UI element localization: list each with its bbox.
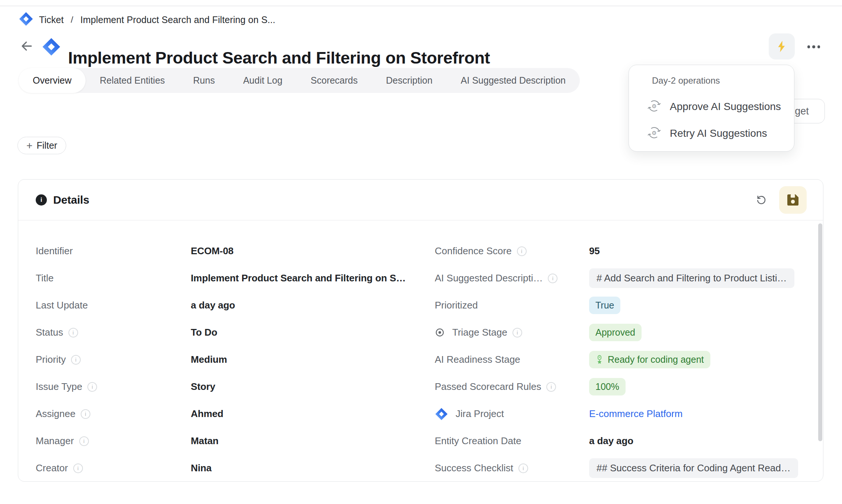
info-icon[interactable]: i <box>518 463 528 473</box>
tab-label: Overview <box>33 75 71 86</box>
field-label: Identifier <box>36 245 73 257</box>
field-value: Matan <box>191 435 219 447</box>
details-header: i Details <box>18 180 823 220</box>
field-value-text: a day ago <box>589 435 633 446</box>
field-value: a day ago <box>589 435 633 447</box>
menu-item-label: Retry AI Suggestions <box>670 127 767 139</box>
field-row-jira-project: Jira Project E-commerce Platform <box>435 400 823 427</box>
breadcrumb-separator: / <box>71 14 73 25</box>
info-filled-icon: i <box>36 194 47 206</box>
field-row-confidence-score: Confidence Score i 95 <box>435 238 823 265</box>
breadcrumb-section[interactable]: Ticket <box>39 14 64 25</box>
menu-item-label: Approve AI Suggestions <box>670 101 781 113</box>
jira-entity-icon <box>42 37 61 56</box>
field-value-text: Ahmed <box>191 408 224 419</box>
tab-audit-log[interactable]: Audit Log <box>229 68 297 93</box>
field-value: 95 <box>589 245 600 257</box>
target-icon <box>435 327 445 337</box>
field-value-badge-green-medal: Ready for coding agent <box>589 351 710 368</box>
field-label: Title <box>36 272 54 284</box>
widget-button-visible-label: lget <box>793 106 809 117</box>
field-value-text: ECOM-08 <box>191 245 234 256</box>
menu-item-approve-ai-suggestions[interactable]: ⚙ Approve AI Suggestions <box>647 96 794 117</box>
tab-scorecards[interactable]: Scorecards <box>296 68 372 93</box>
day2-operations-menu: Day-2 operations ⚙ Approve AI Suggestion… <box>629 65 794 152</box>
jira-app-icon <box>19 12 33 28</box>
info-icon[interactable]: i <box>548 274 557 283</box>
field-value-text: Story <box>191 381 215 392</box>
field-label: Entity Creation Date <box>435 435 521 447</box>
field-label: Triage Stage <box>452 327 507 338</box>
field-row-creator: Creator i Nina <box>36 455 435 482</box>
operation-gear-icon: ⚙ <box>647 99 661 114</box>
tab-label: Description <box>386 75 433 86</box>
field-label: AI Readiness Stage <box>435 354 520 365</box>
info-icon[interactable]: i <box>512 328 522 337</box>
tab-ai-suggested-description[interactable]: AI Suggested Description <box>447 68 580 93</box>
field-label: Success Checklist <box>435 462 513 474</box>
field-value: True <box>589 297 620 314</box>
field-value-pill: ## Success Criteria for Coding Agent Rea… <box>589 458 798 478</box>
tab-overview[interactable]: Overview <box>19 68 86 93</box>
field-value: a day ago <box>191 300 235 311</box>
field-value-text: Implement Product Search and Filtering o… <box>191 272 406 284</box>
field-value: 100% <box>589 378 626 395</box>
field-label: Priority <box>36 354 66 365</box>
field-value: To Do <box>191 327 217 338</box>
info-icon[interactable]: i <box>546 382 556 392</box>
field-value-badge-blue: True <box>589 297 620 314</box>
tab-related-entities[interactable]: Related Entities <box>86 68 179 93</box>
field-row-identifier: Identifier ECOM-08 <box>36 238 435 265</box>
page-title: Implement Product Search and Filtering o… <box>68 47 490 69</box>
tab-bar: OverviewRelated EntitiesRunsAudit LogSco… <box>19 68 580 93</box>
save-button[interactable] <box>779 186 807 214</box>
field-value: # Add Search and Filtering to Product Li… <box>589 268 794 288</box>
tab-label: Scorecards <box>311 75 357 86</box>
info-icon[interactable]: i <box>79 436 89 446</box>
field-value-link[interactable]: E-commerce Platform <box>589 408 682 419</box>
field-row-triage-stage: Triage Stage i Approved <box>435 319 823 346</box>
field-value-badge-green: Approved <box>589 324 642 341</box>
tab-runs[interactable]: Runs <box>179 68 229 93</box>
svg-text:⚙: ⚙ <box>652 103 656 110</box>
field-row-ai-suggested-descripti: AI Suggested Descripti… i # Add Search a… <box>435 265 823 292</box>
filter-button[interactable]: + Filter <box>17 137 66 154</box>
info-icon[interactable]: i <box>81 409 90 419</box>
quick-actions-button[interactable] <box>769 33 795 59</box>
field-value: ## Success Criteria for Coding Agent Rea… <box>589 458 798 478</box>
field-label: AI Suggested Descripti… <box>435 272 543 284</box>
field-value-text: a day ago <box>191 300 235 311</box>
info-icon[interactable]: i <box>68 328 78 337</box>
menu-item-retry-ai-suggestions[interactable]: ⚙ Retry AI Suggestions <box>647 123 794 144</box>
field-value: ECOM-08 <box>191 245 234 257</box>
details-scrollbar[interactable] <box>818 223 822 441</box>
back-button[interactable] <box>19 39 34 54</box>
field-label: Confidence Score <box>435 245 512 257</box>
breadcrumb: Ticket / Implement Product Search and Fi… <box>19 12 275 28</box>
tab-label: Runs <box>193 75 215 86</box>
field-value-text: Medium <box>191 354 227 365</box>
undo-icon <box>756 194 767 206</box>
field-value: Story <box>191 381 215 392</box>
field-label: Status <box>36 327 63 338</box>
info-icon[interactable]: i <box>87 382 97 392</box>
undo-button[interactable] <box>754 193 769 207</box>
field-row-status: Status i To Do <box>36 319 435 346</box>
tab-description[interactable]: Description <box>372 68 447 93</box>
save-floppy-icon <box>785 193 800 207</box>
info-icon[interactable]: i <box>517 246 527 256</box>
field-row-last-update: Last Update a day ago <box>36 292 435 319</box>
info-icon[interactable]: i <box>73 463 83 473</box>
field-row-entity-creation-date: Entity Creation Date a day ago <box>435 427 823 455</box>
field-value-text: Matan <box>191 435 219 446</box>
info-icon[interactable]: i <box>71 355 81 365</box>
lightning-icon <box>775 40 788 53</box>
tab-label: Audit Log <box>243 75 283 86</box>
field-value-pill: # Add Search and Filtering to Product Li… <box>589 268 794 288</box>
menu-title: Day-2 operations <box>652 75 794 86</box>
more-options-button[interactable] <box>803 42 824 52</box>
field-row-priority: Priority i Medium <box>36 346 435 373</box>
field-value: E-commerce Platform <box>589 408 682 420</box>
tab-label: AI Suggested Description <box>461 75 566 86</box>
field-value-text: To Do <box>191 327 217 338</box>
